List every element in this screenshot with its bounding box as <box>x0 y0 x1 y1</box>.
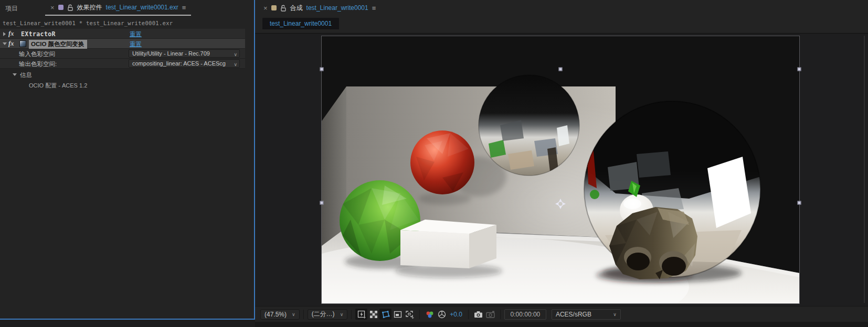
close-icon[interactable]: × <box>263 5 268 12</box>
crop-region-icon <box>405 310 415 319</box>
composition-panel: × 合成 test_Linear_write0001 ≡ test_Linear… <box>255 0 868 327</box>
render-scene <box>322 36 799 303</box>
mask-path-icon <box>380 310 390 319</box>
panel-title: 合成 <box>290 4 303 13</box>
reset-link[interactable]: 重置 <box>130 30 142 38</box>
comp-rendered-image <box>322 36 799 303</box>
chrome-sphere-top <box>479 75 579 176</box>
panel-menu-icon[interactable]: ≡ <box>182 4 186 12</box>
layer-handle[interactable] <box>798 201 801 205</box>
viewer-toolbar: (47.5%) ∨ (二分…) ∨ <box>255 306 868 322</box>
layer-handle[interactable] <box>559 68 563 71</box>
layer-handle[interactable] <box>320 201 324 205</box>
chevron-down-icon: ∨ <box>234 61 237 68</box>
ocio-effect-icon <box>19 40 26 47</box>
comp-viewer-area[interactable]: 知乎 @路比rubi <box>255 33 868 306</box>
view-colorspace-dropdown[interactable]: ACES/sRGB ∨ <box>552 309 621 320</box>
property-row-input-colorspace: 输入色彩空间 Utility/Utility - Linear - Rec.70… <box>0 49 245 59</box>
expand-arrow-icon[interactable] <box>13 73 17 76</box>
panel-color-chip <box>58 5 63 10</box>
effect-row-ocio[interactable]: fx OCIO 颜色空间变换 重置 <box>0 39 245 49</box>
effect-name-selected[interactable]: OCIO 颜色空间变换 <box>29 40 87 49</box>
show-snapshot-icon <box>485 310 495 319</box>
region-of-interest-button[interactable] <box>391 309 404 320</box>
right-tab-bar: × 合成 test_Linear_write0001 ≡ <box>255 0 868 16</box>
unlock-icon[interactable] <box>67 4 73 11</box>
output-colorspace-dropdown[interactable]: compositing_linear: ACES - ACEScg ∨ <box>129 59 240 68</box>
chevron-down-icon: ∨ <box>340 312 344 317</box>
collapse-arrow-icon[interactable] <box>3 32 6 36</box>
checkerboard-icon <box>369 310 378 319</box>
red-sphere <box>410 130 474 194</box>
transparency-grid-button[interactable] <box>367 309 379 320</box>
effect-name[interactable]: EXtractoR <box>21 30 56 38</box>
viewer-scrollbar[interactable] <box>864 36 865 303</box>
timecode-display[interactable]: 0:00:00:00 <box>504 309 546 320</box>
chevron-down-icon: ∨ <box>292 312 295 317</box>
take-snapshot-button[interactable] <box>472 309 484 320</box>
magnification-dropdown[interactable]: (47.5%) ∨ <box>260 309 300 320</box>
property-label: 输入色彩空间 <box>19 50 55 58</box>
panel-color-chip <box>271 5 277 10</box>
tab-project[interactable]: 项目 <box>5 4 18 13</box>
anchor-point-icon[interactable] <box>555 198 566 210</box>
grid-guides-button[interactable] <box>404 309 416 320</box>
panel-file-name: test_Linear_write0001.exr <box>106 4 178 11</box>
comp-breadcrumb-tab[interactable]: test_Linear_write0001 <box>262 18 339 29</box>
show-snapshot-button[interactable] <box>484 309 496 320</box>
layer-handle[interactable] <box>320 68 324 71</box>
close-icon[interactable]: × <box>50 4 55 11</box>
expand-arrow-icon[interactable] <box>3 42 7 45</box>
panel-bottom-strip <box>255 322 868 327</box>
app-root: 项目 × 效果控件 test_Linear_write0001.exr ≡ te… <box>0 0 868 327</box>
ocio-config-text: OCIO 配置 - ACES 1.2 <box>29 82 87 90</box>
lightning-box-icon <box>357 310 366 319</box>
channel-select-button[interactable] <box>424 309 436 320</box>
tab-effect-controls[interactable]: × 效果控件 test_Linear_write0001.exr ≡ <box>45 0 191 16</box>
panel-menu-icon[interactable]: ≡ <box>372 4 376 12</box>
effect-row-extractor[interactable]: fx EXtractoR 重置 <box>0 29 245 39</box>
tab-composition[interactable]: × 合成 test_Linear_write0001 ≡ <box>259 0 380 16</box>
layer-handle[interactable] <box>798 68 801 71</box>
panel-title: 效果控件 <box>77 3 102 12</box>
fx-badge-icon: fx <box>8 40 14 48</box>
left-tab-bar: 项目 × 效果控件 test_Linear_write0001.exr ≡ <box>0 0 254 16</box>
camera-icon <box>473 310 483 319</box>
white-box <box>400 220 496 268</box>
rgb-channels-icon <box>425 310 435 319</box>
fast-preview-button[interactable] <box>355 309 367 320</box>
reset-exposure-button[interactable] <box>436 309 448 320</box>
resolution-dropdown[interactable]: (二分…) ∨ <box>308 309 348 320</box>
info-group-row[interactable]: 信息 <box>0 70 245 80</box>
effect-rows: fx EXtractoR 重置 fx OCIO 颜色空间变换 重置 输入色彩空间… <box>0 29 245 90</box>
source-line: test_Linear_write0001 * test_Linear_writ… <box>3 20 173 26</box>
exposure-value[interactable]: +0.0 <box>450 311 462 318</box>
info-text-row: OCIO 配置 - ACES 1.2 <box>0 80 245 90</box>
chevron-down-icon: ∨ <box>234 51 237 58</box>
mask-visibility-button[interactable] <box>379 309 391 320</box>
input-colorspace-dropdown[interactable]: Utility/Utility - Linear - Rec.709 ∨ <box>129 49 240 58</box>
aperture-icon <box>437 310 447 319</box>
property-label: 输出色彩空间: <box>19 60 57 68</box>
reset-link[interactable]: 重置 <box>130 40 142 48</box>
chevron-down-icon: ∨ <box>613 312 617 317</box>
fx-badge-icon: fx <box>8 30 14 38</box>
property-row-output-colorspace: 输出色彩空间: compositing_linear: ACES - ACESc… <box>0 59 245 69</box>
info-group-label: 信息 <box>20 71 32 79</box>
roi-icon <box>393 310 403 319</box>
panel-file-name: test_Linear_write0001 <box>306 4 368 12</box>
unlock-icon[interactable] <box>280 5 287 12</box>
effect-controls-panel: 项目 × 效果控件 test_Linear_write0001.exr ≡ te… <box>0 0 255 320</box>
